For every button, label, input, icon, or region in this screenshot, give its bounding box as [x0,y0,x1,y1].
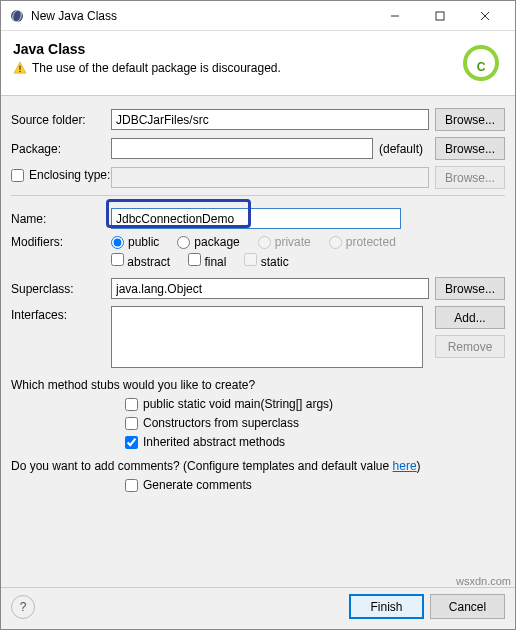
enclosing-type-checkbox[interactable] [11,169,24,182]
modifier-protected: protected [329,235,396,249]
browse-enclosing-button: Browse... [435,166,505,189]
modifier-private: private [258,235,311,249]
source-folder-input[interactable] [111,109,429,130]
svg-text:C: C [477,60,486,74]
warning-icon [13,61,27,75]
interfaces-list[interactable] [111,306,423,368]
enclosing-type-check-label[interactable]: Enclosing type: [11,168,111,182]
window-title: New Java Class [31,9,117,23]
dialog-footer: ? Finish Cancel [1,588,515,629]
warning-text: The use of the default package is discou… [32,61,281,75]
java-class-icon: C [459,41,503,85]
package-label: Package: [11,142,111,156]
remove-interface-button: Remove [435,335,505,358]
add-interface-button[interactable]: Add... [435,306,505,329]
package-input[interactable] [111,138,373,159]
modifier-public[interactable]: public [111,235,159,249]
watermark: wsxdn.com [456,575,511,587]
package-default-text: (default) [379,142,423,156]
finish-button[interactable]: Finish [349,594,424,619]
modifier-abstract[interactable]: abstract [111,253,170,269]
interfaces-label: Interfaces: [11,306,111,322]
cancel-button[interactable]: Cancel [430,594,505,619]
minimize-button[interactable] [372,1,417,31]
source-folder-label: Source folder: [11,113,111,127]
page-title: Java Class [13,41,459,57]
titlebar: New Java Class [1,1,515,31]
modifier-static: static [244,253,288,269]
stubs-question: Which method stubs would you like to cre… [11,378,505,392]
browse-package-button[interactable]: Browse... [435,137,505,160]
stub-main[interactable]: public static void main(String[] args) [125,397,505,411]
superclass-label: Superclass: [11,282,111,296]
dialog-header: Java Class The use of the default packag… [1,31,515,96]
svg-point-7 [19,71,21,73]
help-button[interactable]: ? [11,595,35,619]
eclipse-icon [9,8,25,24]
modifier-final[interactable]: final [188,253,226,269]
modifiers-label: Modifiers: [11,235,111,249]
generate-comments[interactable]: Generate comments [125,478,505,492]
superclass-input[interactable] [111,278,429,299]
name-input[interactable] [111,208,401,229]
close-button[interactable] [462,1,507,31]
svg-rect-3 [436,12,444,20]
maximize-button[interactable] [417,1,462,31]
stub-constructors[interactable]: Constructors from superclass [125,416,505,430]
name-label: Name: [11,212,111,226]
modifier-package[interactable]: package [177,235,239,249]
comments-question: Do you want to add comments? (Configure … [11,459,505,473]
browse-superclass-button[interactable]: Browse... [435,277,505,300]
browse-source-button[interactable]: Browse... [435,108,505,131]
stub-inherited[interactable]: Inherited abstract methods [125,435,505,449]
configure-templates-link[interactable]: here [393,459,417,473]
enclosing-type-input [111,167,429,188]
